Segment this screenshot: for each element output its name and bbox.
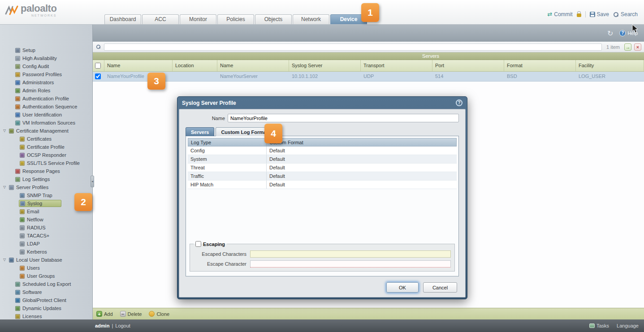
tab-acc[interactable]: ACC: [142, 14, 179, 24]
content-toolbar: ↻ ? Help: [93, 25, 644, 42]
search-icon: [613, 12, 619, 17]
column-header-5-port[interactable]: Port: [432, 60, 504, 71]
log-table-row-traffic[interactable]: TrafficDefault: [188, 172, 457, 181]
sidebar-item-kerberos[interactable]: Kerberos: [0, 248, 92, 256]
column-header-7-facility[interactable]: Facility: [576, 60, 644, 71]
sidebar-item-tacacs[interactable]: TACACS+: [0, 232, 92, 240]
commit-button[interactable]: ⇄ Commit: [547, 11, 572, 17]
sidebar-item-vm-information-sources[interactable]: VM Information Sources: [0, 119, 92, 127]
escaping-checkbox[interactable]: [195, 241, 201, 247]
add-icon: +: [96, 311, 102, 317]
refresh-icon[interactable]: ↻: [607, 29, 613, 38]
log-table-row-hip-match[interactable]: HIP MatchDefault: [188, 181, 457, 189]
custom-format-cell[interactable]: Default: [267, 147, 457, 155]
escape-character-input[interactable]: [250, 260, 451, 267]
sidebar-item-config-audit[interactable]: Config Audit: [0, 62, 92, 70]
custom-format-cell[interactable]: Default: [267, 164, 457, 172]
expand-arrow-icon[interactable]: ▽: [3, 129, 6, 133]
sidebar-item-response-pages[interactable]: Response Pages: [0, 167, 92, 175]
sidebar-item-certificates[interactable]: Certificates: [0, 135, 92, 143]
sidebar-item-netflow[interactable]: Netflow: [0, 216, 92, 224]
sidebar-item-label: Certificates: [27, 136, 52, 142]
sidebar-splitter[interactable]: ◂: [91, 176, 94, 187]
sidebar-item-user-groups[interactable]: User Groups: [0, 272, 92, 280]
sidebar-item-ldap[interactable]: LDAP: [0, 240, 92, 248]
sidebar-item-globalprotect-client[interactable]: GlobalProtect Client: [0, 296, 92, 304]
row-checkbox[interactable]: [95, 73, 101, 79]
column-header-3-syslog-server[interactable]: Syslog Server: [289, 60, 361, 71]
dialog-tab-servers[interactable]: Servers: [186, 127, 214, 136]
column-header-2-name[interactable]: Name: [217, 60, 289, 71]
lock-icon[interactable]: [577, 13, 581, 17]
log-table-row-config[interactable]: ConfigDefault: [188, 147, 457, 155]
sidebar-item-admin-roles[interactable]: Admin Roles: [0, 86, 92, 95]
tab-objects[interactable]: Objects: [255, 14, 292, 24]
sidebar-item-label: User Identification: [22, 112, 62, 117]
mouse-cursor: [632, 24, 639, 34]
language-button[interactable]: Language: [617, 323, 639, 328]
sidebar-item-high-availability[interactable]: High Availability: [0, 54, 92, 62]
delete-button[interactable]: − Delete: [120, 311, 142, 317]
sidebar-item-user-identification[interactable]: User Identification: [0, 111, 92, 119]
tab-monitor[interactable]: Monitor: [180, 14, 216, 24]
filter-input[interactable]: [104, 43, 602, 51]
custom-format-cell[interactable]: Default: [267, 155, 457, 163]
log-format-table: Log TypeCustom FormatConfigDefaultSystem…: [188, 138, 457, 189]
dialog-title-bar[interactable]: Syslog Server Profile ?: [179, 97, 466, 109]
search-button[interactable]: Search: [613, 11, 638, 17]
expand-arrow-icon[interactable]: ▽: [3, 258, 6, 262]
tacacs-icon: [20, 233, 25, 238]
sidebar-item-authentication-profile[interactable]: Authentication Profile: [0, 95, 92, 103]
tab-policies[interactable]: Policies: [217, 14, 254, 24]
sidebar-item-log-settings[interactable]: Log Settings: [0, 175, 92, 183]
main-nav-tabs: DashboardACCMonitorPoliciesObjectsNetwor…: [104, 14, 367, 24]
sidebar-item-certificate-profile[interactable]: Certificate Profile: [0, 143, 92, 151]
tab-dashboard[interactable]: Dashboard: [104, 14, 141, 24]
sidebar-item-radius[interactable]: RADIUS: [0, 224, 92, 232]
sidebar-item-administrators[interactable]: Administrators: [0, 78, 92, 86]
sidebar-item-dynamic-updates[interactable]: Dynamic Updates: [0, 304, 92, 312]
sidebar-item-scheduled-log-export[interactable]: Scheduled Log Export: [0, 280, 92, 288]
column-header-0-name[interactable]: Name: [104, 60, 173, 71]
certificate-profile-icon: [20, 145, 25, 150]
column-header-6-format[interactable]: Format: [504, 60, 576, 71]
select-all-checkbox[interactable]: [95, 63, 101, 69]
column-header-1-location[interactable]: Location: [173, 60, 217, 71]
apply-filter-button[interactable]: →: [624, 43, 631, 51]
tab-network[interactable]: Network: [293, 14, 329, 24]
dialog-body: Name ServersCustom Log Format Log TypeCu…: [179, 109, 466, 298]
sidebar-item-local-user-database[interactable]: ▽Local User Database: [0, 256, 92, 264]
escaped-characters-input[interactable]: [250, 250, 451, 258]
sidebar-item-users[interactable]: Users: [0, 264, 92, 272]
tasks-button[interactable]: Tasks: [589, 323, 609, 328]
log-table-row-system[interactable]: SystemDefault: [188, 155, 457, 164]
sidebar-item-ssl-tls-service-profile[interactable]: SSL/TLS Service Profile: [0, 159, 92, 167]
custom-format-cell[interactable]: Default: [267, 181, 457, 189]
sidebar-item-ocsp-responder[interactable]: OCSP Responder: [0, 151, 92, 159]
ok-button[interactable]: OK: [386, 282, 419, 293]
sidebar-item-label: Response Pages: [22, 168, 60, 174]
log-table-row-threat[interactable]: ThreatDefault: [188, 164, 457, 172]
sidebar-item-certificate-management[interactable]: ▽Certificate Management: [0, 127, 92, 135]
clone-button[interactable]: Clone: [149, 311, 169, 317]
divider: |: [112, 323, 113, 328]
sidebar-item-password-profiles[interactable]: Password Profiles: [0, 70, 92, 78]
column-header-4-transport[interactable]: Transport: [361, 60, 432, 71]
sidebar-item-licenses[interactable]: Licenses: [0, 312, 92, 319]
paloalto-logo: paloalto NETWORKS: [4, 4, 56, 17]
profile-name-input[interactable]: [228, 114, 459, 122]
add-button[interactable]: + Add: [96, 311, 113, 317]
sidebar-item-setup[interactable]: Setup: [0, 46, 92, 54]
logout-link[interactable]: Logout: [115, 323, 130, 328]
custom-format-cell[interactable]: Default: [267, 172, 457, 180]
save-button[interactable]: Save: [590, 11, 609, 17]
cancel-button[interactable]: Cancel: [423, 282, 457, 293]
clear-filter-button[interactable]: ×: [634, 43, 641, 51]
sidebar-item-authentication-sequence[interactable]: Authentication Sequence: [0, 103, 92, 111]
table-row[interactable]: NameYourProfile NameYourServer 10.10.1.1…: [93, 72, 644, 82]
dialog-title: Syslog Server Profile: [182, 100, 236, 106]
sidebar-item-server-profiles[interactable]: ▽Server Profiles: [0, 183, 92, 191]
sidebar-item-software[interactable]: Software: [0, 288, 92, 296]
expand-arrow-icon[interactable]: ▽: [3, 185, 6, 189]
dialog-help-icon[interactable]: ?: [456, 99, 462, 106]
